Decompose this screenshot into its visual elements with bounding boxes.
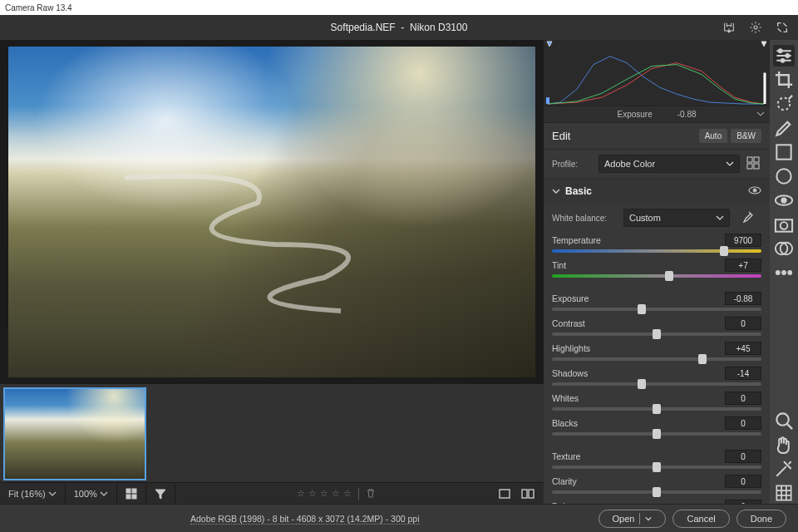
fullscreen-icon[interactable] [775,20,790,35]
brush-icon[interactable] [773,117,795,139]
preview-area[interactable] [0,40,544,384]
star-icon[interactable]: ☆ [320,488,328,500]
slider-texture: Texture0 [552,450,761,469]
crop-icon[interactable] [773,69,795,91]
slider-track[interactable] [552,432,761,436]
sampler-icon[interactable] [773,458,795,480]
svg-point-18 [781,59,784,62]
slider-label: Whites [552,393,579,403]
slider-track[interactable] [552,332,761,336]
slider-blacks: Blacks0 [552,416,761,436]
slider-knob[interactable] [638,304,646,314]
svg-rect-11 [754,157,759,162]
slider-value[interactable]: -14 [725,367,761,380]
slider-value[interactable]: 0 [725,450,761,463]
edit-sliders-icon[interactable] [773,45,795,66]
slider-label: Contrast [552,318,585,328]
slider-knob[interactable] [653,462,661,472]
star-icon[interactable]: ☆ [343,488,352,500]
slider-label: Tint [552,260,566,270]
slider-label: Highlights [552,343,590,353]
svg-point-21 [776,169,791,183]
edit-header: Edit Auto B&W [544,123,770,150]
slider-track[interactable] [552,308,761,311]
left-pane: Fit (16%) 100% ☆☆☆☆☆ [0,40,544,504]
more-icon[interactable] [773,262,795,283]
slider-value[interactable]: 0 [725,416,761,430]
os-titlebar: Camera Raw 13.4 [0,0,798,15]
slider-knob[interactable] [720,246,728,256]
hand-icon[interactable] [773,434,795,456]
star-icon[interactable]: ☆ [308,488,317,500]
svg-point-28 [776,271,780,274]
zoom-icon[interactable] [773,410,795,431]
slider-label: Texture [552,451,580,461]
compare-single-icon[interactable] [497,486,512,501]
slider-knob[interactable] [698,354,707,364]
thumbnail[interactable] [3,387,146,480]
slider-track[interactable] [552,490,761,494]
snapshot-icon[interactable] [773,214,795,235]
trash-icon[interactable] [366,488,376,500]
slider-knob[interactable] [653,329,661,339]
gear-icon[interactable] [748,20,763,35]
rating-stars[interactable]: ☆☆☆☆☆ [297,488,376,500]
presets-icon[interactable] [773,238,795,259]
grid-view-icon[interactable] [117,483,146,504]
save-icon[interactable] [722,20,736,35]
slider-track[interactable] [552,407,761,411]
grid-icon[interactable] [773,482,795,504]
eye-icon[interactable] [748,184,761,199]
slider-track[interactable] [552,249,761,253]
filter-icon[interactable] [146,483,175,504]
slider-knob[interactable] [653,487,661,497]
app-root: Softpedia.NEF - Nikon D3100 Fit (16%) 10… [0,15,798,532]
slider-track[interactable] [552,466,761,469]
slider-knob[interactable] [653,404,661,414]
star-icon[interactable]: ☆ [332,488,340,500]
redeye-icon[interactable] [773,190,795,211]
slider-shadows: Shadows-14 [552,367,761,386]
slider-knob[interactable] [665,271,673,281]
linear-gradient-icon[interactable] [773,141,795,163]
svg-point-25 [781,222,788,229]
radial-gradient-icon[interactable] [773,165,795,187]
zoom-100-dropdown[interactable]: 100% [66,483,117,504]
slider-label: Temperature [552,235,601,245]
slider-highlights: Highlights+45 [552,342,761,361]
cancel-button[interactable]: Cancel [672,510,729,528]
slider-value[interactable]: +45 [725,342,761,355]
right-toolstrip [770,40,798,504]
chevron-down-icon[interactable] [756,110,765,120]
slider-value[interactable]: 9700 [725,234,761,247]
slider-value[interactable]: 0 [725,317,761,330]
slider-knob[interactable] [653,429,661,439]
svg-rect-5 [500,490,510,498]
slider-value[interactable]: -0.88 [725,292,761,305]
heal-icon[interactable] [773,93,795,115]
svg-rect-3 [126,495,131,499]
zoom-fit-dropdown[interactable]: Fit (16%) [0,483,66,504]
profile-browser-icon[interactable] [746,156,761,171]
slider-track[interactable] [552,357,761,361]
slider-exposure: Exposure-0.88 [552,292,761,311]
auto-button[interactable]: Auto [699,129,728,143]
slider-value[interactable]: 0 [725,475,761,488]
profile-select[interactable]: Adobe Color [598,155,740,173]
basic-section-header[interactable]: Basic [544,179,770,204]
slider-value[interactable]: +7 [725,259,761,272]
white-balance-select[interactable]: Custom [623,209,730,227]
eyedropper-icon[interactable] [741,211,753,224]
histogram[interactable] [544,40,770,106]
open-button[interactable]: Open [598,510,667,528]
svg-rect-12 [747,164,752,169]
image-metadata[interactable]: Adobe RGB (1998) - 8 bit - 4608 x 3072 (… [12,514,598,524]
star-icon[interactable]: ☆ [297,488,305,500]
slider-value[interactable]: 0 [725,392,761,405]
slider-knob[interactable] [638,379,646,389]
slider-track[interactable] [552,382,761,386]
slider-track[interactable] [552,274,761,278]
compare-split-icon[interactable] [520,486,535,501]
done-button[interactable]: Done [736,510,786,528]
bw-button[interactable]: B&W [731,129,761,143]
